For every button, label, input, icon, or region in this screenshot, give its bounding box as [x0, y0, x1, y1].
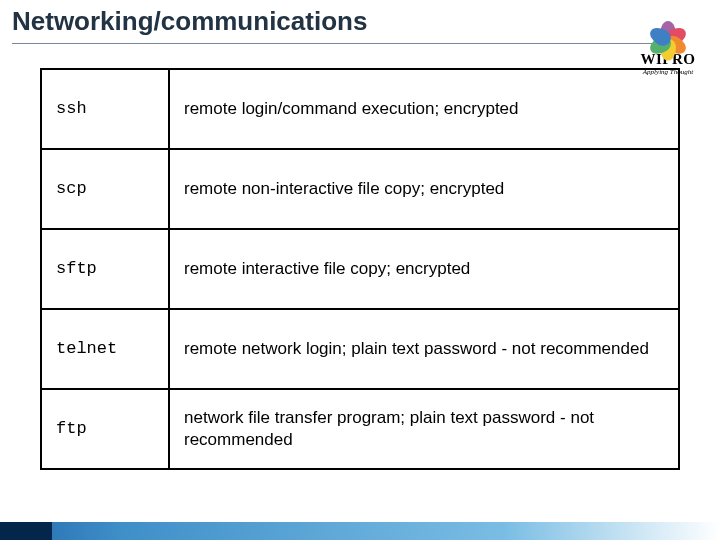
table-row: scp remote non-interactive file copy; en… — [41, 149, 679, 229]
description-cell: remote non-interactive file copy; encryp… — [169, 149, 679, 229]
title-rule — [12, 43, 652, 44]
slide: Networking/communications WIPRO Applying… — [0, 0, 720, 540]
description-cell: network file transfer program; plain tex… — [169, 389, 679, 469]
command-cell: scp — [41, 149, 169, 229]
table-row: ftp network file transfer program; plain… — [41, 389, 679, 469]
page-title: Networking/communications — [12, 6, 720, 37]
brand-logo: WIPRO Applying Thought — [630, 10, 706, 76]
description-cell: remote network login; plain text passwor… — [169, 309, 679, 389]
command-cell: telnet — [41, 309, 169, 389]
title-area: Networking/communications — [0, 0, 720, 44]
table-row: sftp remote interactive file copy; encry… — [41, 229, 679, 309]
description-cell: remote login/command execution; encrypte… — [169, 69, 679, 149]
logo-tagline: Applying Thought — [643, 68, 693, 76]
bottom-stripe — [0, 522, 720, 540]
description-cell: remote interactive file copy; encrypted — [169, 229, 679, 309]
logo-flower-icon — [646, 10, 690, 53]
command-cell: ssh — [41, 69, 169, 149]
table-row: telnet remote network login; plain text … — [41, 309, 679, 389]
command-cell: ftp — [41, 389, 169, 469]
command-cell: sftp — [41, 229, 169, 309]
table-row: ssh remote login/command execution; encr… — [41, 69, 679, 149]
commands-table: ssh remote login/command execution; encr… — [40, 68, 680, 470]
